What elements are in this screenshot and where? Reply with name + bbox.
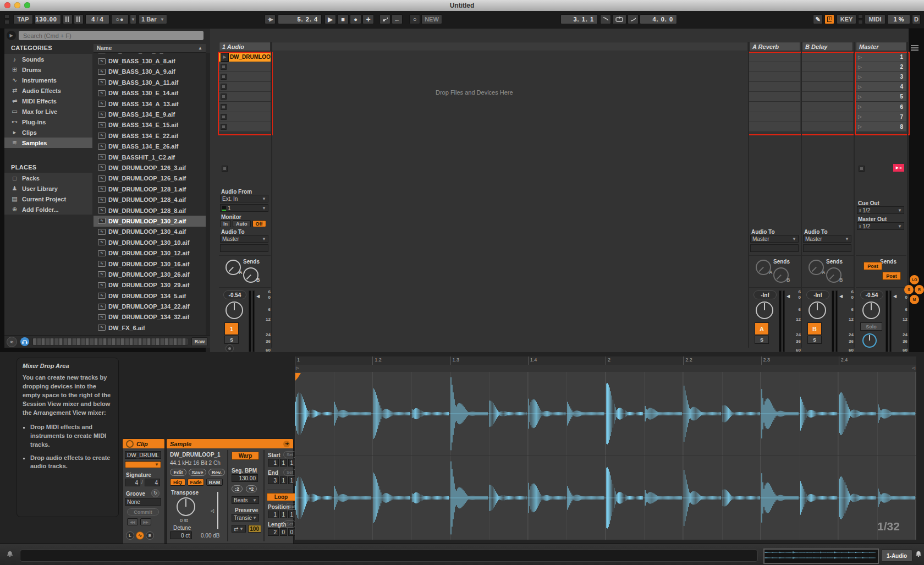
- gain-slider[interactable]: [217, 492, 218, 529]
- return-slot[interactable]: [749, 92, 800, 102]
- insert-marker-flag[interactable]: [295, 373, 301, 381]
- cue-volume-knob[interactable]: [862, 333, 877, 348]
- clip-stop-icon[interactable]: [221, 114, 227, 120]
- clip-slot-playing[interactable]: ▶ DW_DRUMLOOP: [219, 52, 271, 62]
- transpose-value[interactable]: 0 st: [180, 518, 188, 523]
- loop-start-marker[interactable]: ▷: [296, 366, 299, 370]
- meter-zero-marker[interactable]: ◀: [256, 294, 260, 299]
- monitor-option[interactable]: Off: [252, 220, 266, 227]
- scene-launch-icon[interactable]: ▷: [858, 54, 862, 60]
- sidebar-category-item[interactable]: ⇄ Audio Effects: [4, 85, 92, 96]
- sidebar-category-item[interactable]: ▸ Clips: [4, 127, 92, 138]
- file-row[interactable]: ∿ DW_DRUMLOOP_134_22.aif: [94, 301, 206, 311]
- session-record-button[interactable]: ○: [409, 14, 420, 24]
- sidebar-place-item[interactable]: ♟ User Library: [4, 183, 92, 194]
- edit-button[interactable]: Edit: [170, 469, 186, 476]
- return-activator[interactable]: A: [755, 322, 769, 335]
- groove-pool-icon[interactable]: ↻: [151, 489, 160, 497]
- scene-launch-icon[interactable]: ▷: [858, 84, 862, 90]
- return-slot[interactable]: [802, 72, 853, 82]
- clip-slot-empty[interactable]: [219, 82, 271, 92]
- arrangement-position-display[interactable]: 5. 2. 4: [278, 14, 322, 24]
- file-row[interactable]: ∿ DW_DRUMLOOP_130_2.aif: [94, 216, 206, 226]
- volume-display[interactable]: -Inf: [754, 290, 777, 299]
- file-row[interactable]: ∿ DW_DRUMLOOP_130_29.aif: [94, 280, 206, 290]
- file-row[interactable]: ∿ DW_DRUMLOOP_130_12.aif: [94, 248, 206, 258]
- fade-toggle[interactable]: Fade: [188, 479, 204, 486]
- show-mixer-toggle[interactable]: M: [910, 295, 919, 304]
- metronome-button[interactable]: ○●: [111, 14, 129, 24]
- file-row[interactable]: ∿ DW_DRUMLOOP_134_32.aif: [94, 312, 206, 322]
- draw-mode-button[interactable]: ✎: [813, 14, 823, 24]
- clip-stop-icon[interactable]: [221, 74, 227, 80]
- end-bars[interactable]: 3: [268, 476, 279, 484]
- preview-headphone-icon[interactable]: [20, 337, 29, 346]
- file-row[interactable]: ∿ DW_BASS_134_E_15.aif: [94, 120, 206, 130]
- volume-display[interactable]: -0.54: [860, 290, 883, 299]
- play-button[interactable]: ▶: [324, 14, 336, 24]
- clip-stop-icon[interactable]: [221, 124, 227, 130]
- solo-button[interactable]: S: [224, 336, 239, 344]
- scene-row[interactable]: ▷ 3: [856, 72, 906, 82]
- punch-out-button[interactable]: [628, 14, 639, 24]
- monitor-option[interactable]: Auto: [233, 220, 251, 227]
- clip-stop-icon[interactable]: [221, 104, 227, 110]
- quantize-menu[interactable]: 1 Bar▼: [139, 14, 167, 24]
- track-activator[interactable]: 1: [224, 322, 239, 335]
- file-row[interactable]: ∿ DW_FX_6.aif: [94, 322, 206, 333]
- clip-stop-icon[interactable]: [221, 94, 227, 100]
- gain-slider-handle[interactable]: ◁: [211, 508, 214, 513]
- meter-zero-marker[interactable]: ◀: [839, 294, 843, 299]
- file-row[interactable]: ∿ DW_BASS_134_E_22.aif: [94, 130, 206, 141]
- file-row[interactable]: ∿ DW_BASS_130_A_9.aif: [94, 67, 206, 77]
- sample-panel-header[interactable]: Sample ➜: [167, 439, 293, 448]
- pan-knob[interactable]: [809, 301, 826, 319]
- metronome-dropdown-arrow[interactable]: ▼: [130, 14, 136, 24]
- clip-slot-empty[interactable]: [219, 122, 271, 132]
- scene-launch-icon[interactable]: ▷: [858, 124, 862, 129]
- clip-color-chooser[interactable]: ▼: [125, 461, 161, 468]
- return-a-header[interactable]: A Reverb: [749, 42, 800, 51]
- time-signature-display[interactable]: 4 / 4: [85, 14, 109, 24]
- file-row[interactable]: ∿ DW_DRUMLOOP_126_3.aif: [94, 162, 206, 173]
- master-solo-button[interactable]: Solo: [860, 322, 882, 331]
- groove-commit-button[interactable]: Commit: [127, 508, 159, 515]
- loop-marker-bar[interactable]: ▷ ◁: [295, 365, 916, 372]
- scene-row[interactable]: ▷ 1: [856, 52, 906, 62]
- clip-panel-header[interactable]: Clip: [123, 439, 164, 448]
- transient-loop-mode[interactable]: ⇄▼: [232, 525, 246, 533]
- scene-launch-icon[interactable]: ▷: [858, 94, 862, 100]
- loop-end-marker[interactable]: ◁: [912, 366, 915, 370]
- envelopes-box-tab[interactable]: E: [146, 531, 154, 540]
- loop-length-display[interactable]: 4. 0. 0: [640, 14, 677, 24]
- sidebar-category-item[interactable]: ≋ Samples: [4, 138, 92, 148]
- send-b-pre-post-toggle[interactable]: Post: [882, 272, 901, 280]
- file-row[interactable]: ∿ DW_DRUMLOOP_130_4.aif: [94, 227, 206, 237]
- seg-bpm-value[interactable]: 130.00: [232, 474, 258, 482]
- clip-name-field[interactable]: DW_DRUML: [125, 451, 161, 459]
- tap-tempo-button[interactable]: TAP: [13, 14, 33, 24]
- return-slot[interactable]: [749, 52, 800, 62]
- scene-launch-icon[interactable]: ▷: [858, 64, 862, 70]
- scene-row[interactable]: ▷ 2: [856, 62, 906, 72]
- position-beats[interactable]: 1: [280, 511, 287, 518]
- reverse-button[interactable]: Rev.: [208, 469, 225, 476]
- volume-display[interactable]: -Inf: [806, 290, 829, 299]
- transient-envelope-value[interactable]: 100: [248, 525, 261, 533]
- clip-slot-empty[interactable]: [219, 92, 271, 102]
- record-button[interactable]: ●: [350, 14, 361, 24]
- return-activator[interactable]: B: [807, 322, 822, 335]
- clip-slot-empty[interactable]: [219, 112, 271, 122]
- master-stop-all-icon[interactable]: [859, 166, 865, 172]
- nudge-up-button[interactable]: [74, 14, 84, 24]
- return-b-header[interactable]: B Delay: [802, 42, 853, 51]
- loop-toggle[interactable]: Loop: [267, 493, 295, 501]
- sample-box-tab[interactable]: ∿: [136, 531, 144, 540]
- clip-slot-empty[interactable]: [219, 72, 271, 82]
- session-menu-icon[interactable]: [911, 44, 919, 52]
- hiq-toggle[interactable]: HiQ: [170, 479, 185, 486]
- end-beats[interactable]: 1: [280, 476, 287, 484]
- half-tempo-button[interactable]: :2: [232, 485, 243, 492]
- file-row[interactable]: ∿ DW_DRUMLOOP_128_1.aif: [94, 184, 206, 194]
- track-header-1-audio[interactable]: 1 Audio: [219, 42, 271, 51]
